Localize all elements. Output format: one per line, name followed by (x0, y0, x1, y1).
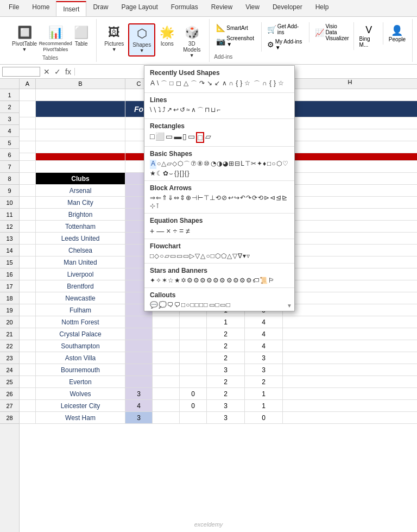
shape-item[interactable]: ○ (186, 301, 189, 309)
shape-item[interactable]: ▭ (183, 252, 189, 260)
shape-item[interactable]: □ (216, 301, 219, 309)
cell-11b-brighton[interactable]: Brighton (36, 209, 125, 220)
cell-28a[interactable] (20, 412, 36, 423)
shape-item[interactable]: [ (180, 170, 181, 177)
cell-7h[interactable] (283, 161, 417, 172)
shape-item[interactable]: ∖ (153, 106, 157, 115)
3d-models-button[interactable]: 🎲 3D Models ▼ (179, 23, 205, 60)
shape-item[interactable]: ⚙ (213, 277, 219, 284)
shape-item[interactable]: △ (227, 252, 232, 260)
cell-15a[interactable] (20, 256, 36, 268)
shape-item[interactable]: ▭ (170, 252, 176, 260)
cell-20c[interactable] (125, 316, 153, 328)
shape-item[interactable]: ⌒ (190, 79, 198, 89)
shape-item[interactable]: ⚙ (193, 277, 199, 284)
cell-8b-clubs[interactable]: Clubs (36, 173, 125, 184)
shape-item[interactable]: 💭 (159, 301, 167, 309)
shape-item[interactable]: □ (204, 301, 207, 309)
shape-item[interactable]: ♦ (263, 160, 266, 169)
cell-16h[interactable] (283, 268, 417, 280)
cell-27f[interactable]: 3 (207, 400, 245, 411)
cell-4a[interactable] (20, 129, 36, 141)
cell-9a[interactable] (20, 185, 36, 196)
shape-item[interactable]: ▱ (167, 160, 172, 169)
shape-item[interactable]: ⚙ (206, 277, 212, 284)
cell-26c[interactable]: 3 (125, 388, 153, 399)
cell-23h[interactable] (283, 352, 417, 364)
cell-21d[interactable] (153, 328, 180, 340)
cell-26a[interactable] (20, 388, 36, 399)
cell-28c[interactable]: 3 (125, 412, 153, 423)
cell-3a[interactable] (20, 117, 36, 129)
shape-item[interactable]: ○ (160, 252, 163, 260)
shape-item[interactable]: ⊓ (205, 106, 210, 115)
my-addins-button[interactable]: ⚙ My Add-ins ▼ (265, 37, 307, 52)
shape-item[interactable]: ▭ (188, 132, 195, 143)
shape-item[interactable]: ▱ (165, 252, 169, 260)
shape-item[interactable]: ↙ (214, 79, 220, 89)
shape-item[interactable]: ⊵ (282, 194, 287, 202)
cell-22a[interactable] (20, 340, 36, 352)
smartart-button[interactable]: 📐 SmartArt (214, 22, 258, 33)
tab-home[interactable]: Home (26, 0, 56, 16)
shape-item[interactable]: ⌒ (184, 160, 190, 169)
cell-1h[interactable] (283, 89, 417, 101)
shape-item-selected[interactable]: □ (196, 132, 204, 143)
shape-item[interactable]: □ (150, 132, 154, 143)
shape-item[interactable]: ▭ (220, 301, 226, 309)
shape-item[interactable]: △ (200, 252, 205, 260)
cell-3h[interactable] (283, 117, 417, 129)
cell-8a[interactable] (20, 173, 36, 184)
shape-item[interactable]: ⇒ (150, 194, 155, 202)
cell-22f[interactable]: 2 (207, 340, 245, 352)
shape-item[interactable]: ⇓ (168, 194, 173, 202)
cell-1b[interactable] (36, 89, 125, 101)
shape-item[interactable]: { (235, 79, 238, 89)
cell-26d[interactable] (153, 388, 180, 399)
shape-item[interactable]: L (241, 160, 244, 169)
shape-item[interactable]: A (150, 79, 155, 89)
shape-item[interactable]: ▱ (205, 132, 211, 143)
shape-item[interactable]: ] (182, 170, 184, 177)
shape-item[interactable]: ⊺ (156, 202, 159, 210)
get-addins-button[interactable]: 🛒 Get Add-ins (265, 22, 307, 36)
shape-item[interactable]: ⇕ (180, 194, 185, 202)
cell-18h[interactable] (283, 292, 417, 304)
cell-28d[interactable] (153, 412, 180, 423)
shape-item[interactable]: ✿ (163, 170, 168, 177)
cell-25f[interactable]: 2 (207, 376, 245, 387)
pictures-button[interactable]: 🖼 Pictures ▼ (101, 23, 127, 54)
shape-item[interactable]: ⇔ (174, 194, 179, 202)
shape-item[interactable]: □ (169, 79, 174, 89)
shape-item[interactable]: ∇ (238, 252, 242, 260)
tab-file[interactable]: File (2, 0, 26, 16)
shape-item[interactable]: ∧ (191, 106, 196, 115)
tab-formulas[interactable]: Formulas (165, 0, 205, 16)
cell-23f[interactable]: 2 (207, 352, 245, 364)
cell-27a[interactable] (20, 400, 36, 411)
shape-item[interactable]: ⚙ (226, 277, 232, 284)
shape-item[interactable]: 🏳 (268, 277, 275, 284)
tab-review[interactable]: Review (205, 0, 239, 16)
cell-28g[interactable]: 0 (245, 412, 283, 423)
visio-button[interactable]: 📈 Visio DataVisualizer (313, 22, 351, 42)
shape-item[interactable]: ▭ (209, 301, 215, 309)
cell-15h[interactable] (283, 256, 417, 268)
shape-item[interactable]: ▿ (247, 252, 250, 260)
shape-item[interactable]: 📜 (260, 277, 268, 284)
name-box[interactable] (2, 67, 40, 77)
cell-5h[interactable] (283, 141, 417, 153)
cell-18b-newcastle[interactable]: Newcastle (36, 292, 125, 304)
cell-27b-leicester[interactable]: Leicester City (36, 400, 125, 411)
cell-4h[interactable] (283, 129, 417, 141)
shape-item[interactable]: — (156, 227, 164, 235)
shape-item[interactable]: ⑧ (197, 160, 203, 169)
shape-item[interactable]: 🗩 (174, 301, 181, 309)
cell-28e[interactable] (180, 412, 207, 423)
shape-item[interactable]: = (179, 227, 184, 235)
shape-item[interactable]: { (185, 170, 187, 177)
cell-17b-brentford[interactable]: Brentford (36, 280, 125, 292)
cell-5b[interactable] (36, 141, 125, 153)
shape-item[interactable]: ◇ (172, 160, 177, 169)
shape-item[interactable]: □ (267, 160, 271, 169)
